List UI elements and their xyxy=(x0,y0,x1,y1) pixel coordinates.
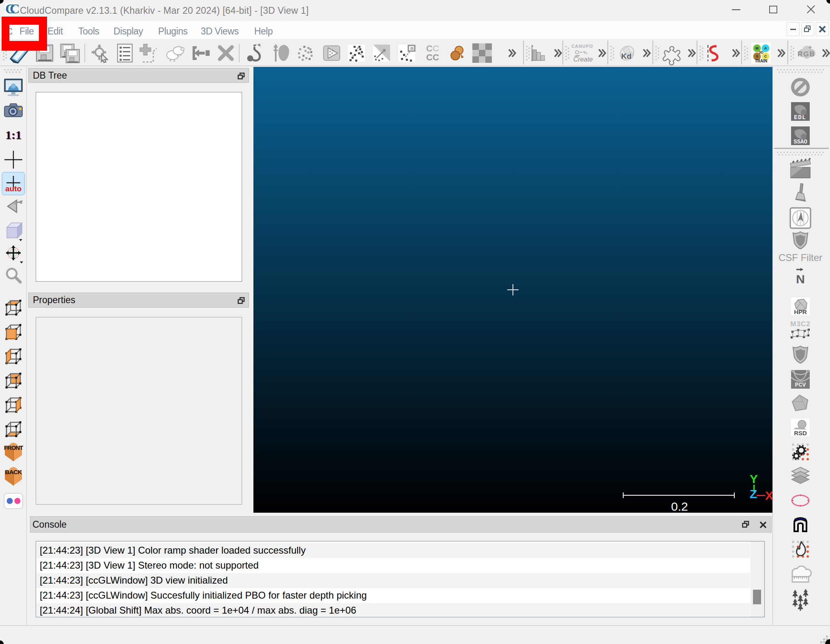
svg-text:1:1: 1:1 xyxy=(5,128,21,141)
svg-text:C: C xyxy=(426,52,433,62)
svg-text:auto: auto xyxy=(5,184,21,193)
svg-text:Kd: Kd xyxy=(621,52,631,60)
svg-text:FRONT: FRONT xyxy=(4,444,23,451)
svg-text:%: % xyxy=(583,50,588,55)
svg-text:S: S xyxy=(756,54,758,58)
svg-text:N: N xyxy=(796,272,805,286)
svg-text:Create: Create xyxy=(573,56,593,63)
svg-text:RSD: RSD xyxy=(794,430,807,436)
svg-text:BACK: BACK xyxy=(5,469,22,475)
svg-text:SSAO: SSAO xyxy=(794,139,807,145)
svg-text:PCV: PCV xyxy=(795,382,806,389)
svg-text:M: M xyxy=(755,46,759,50)
svg-text:CSF Filter: CSF Filter xyxy=(779,252,822,263)
svg-text:TRAIN: TRAIN xyxy=(755,59,768,63)
svg-text:C: C xyxy=(764,54,767,58)
svg-text:C: C xyxy=(433,52,439,62)
svg-text:3D: 3D xyxy=(759,50,764,54)
svg-text:A: A xyxy=(764,46,767,50)
svg-text:M3C2: M3C2 xyxy=(790,320,810,328)
svg-text:RGB: RGB xyxy=(798,50,815,58)
svg-text:CANUPO: CANUPO xyxy=(571,44,593,49)
svg-text:EDL: EDL xyxy=(794,114,806,121)
svg-text:HPR: HPR xyxy=(794,308,807,315)
